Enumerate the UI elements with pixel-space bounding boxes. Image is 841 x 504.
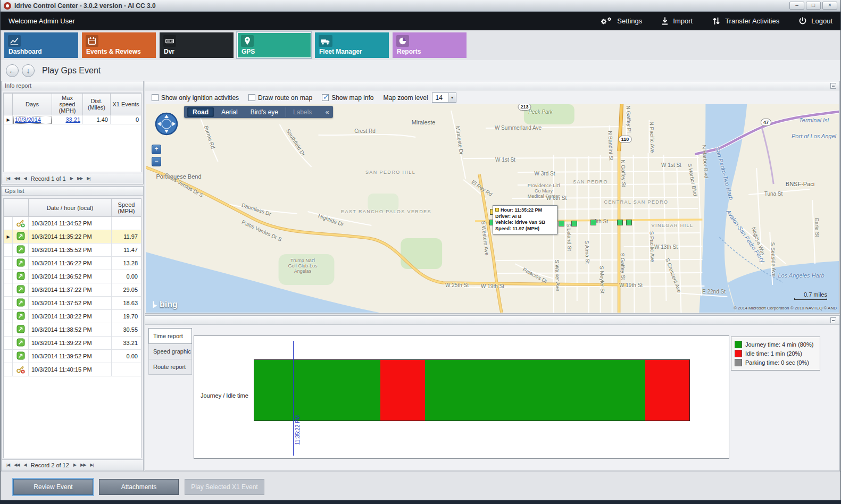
tab-speed-graphic[interactable]: Speed graphic [148, 343, 192, 359]
gps-row[interactable]: 10/3/2014 11:40:15 PM [4, 363, 141, 376]
row-indicator [4, 323, 13, 337]
tab-time-report[interactable]: Time report [148, 328, 192, 344]
checkbox-show-only-ignition-activities[interactable]: Show only ignition activities [152, 94, 239, 102]
gps-datetime: 10/3/2014 11:40:15 PM [29, 363, 112, 376]
time-report-panel: Time reportSpeed graphicRoute report Jou… [145, 315, 840, 471]
x1-events-cell: 0 [111, 115, 141, 124]
tab-gps[interactable]: GPS [237, 32, 311, 58]
checkbox-box[interactable] [322, 94, 329, 101]
close-button[interactable]: × [822, 2, 837, 10]
panel-collapse-button[interactable] [830, 83, 836, 89]
route-marker[interactable] [559, 221, 564, 226]
row-indicator [4, 297, 13, 310]
map-compass[interactable] [154, 112, 179, 136]
gps-datetime: 10/3/2014 11:36:22 PM [29, 257, 112, 270]
menu-item-label: Import [673, 17, 693, 25]
pager-prev-button[interactable]: ◀ [24, 463, 27, 467]
map-mode-road[interactable]: Road [187, 107, 214, 117]
gps-row[interactable]: 10/3/2014 11:37:22 PM29.05 [4, 283, 141, 297]
route-marker[interactable] [617, 220, 623, 225]
tab-route-report[interactable]: Route report [148, 359, 192, 375]
pager-prev-page-button[interactable]: ◀◀ [14, 176, 19, 181]
gps-row[interactable]: 10/3/2014 11:38:22 PM19.70 [4, 310, 141, 323]
tab-dashboard[interactable]: Dashboard [4, 32, 78, 58]
menu-item-settings[interactable]: Settings [599, 16, 642, 26]
gps-row[interactable]: 10/3/2014 11:36:22 PM13.28 [4, 257, 141, 270]
pager-last-button[interactable]: ▶| [90, 463, 93, 467]
gps-speed: 19.70 [112, 310, 141, 323]
info-col-x1-events[interactable]: X1 Events [111, 94, 141, 115]
marker-icon [13, 297, 29, 310]
marker-icon [13, 337, 29, 350]
tile-label: Reports [397, 48, 421, 55]
map-mode-bird-s-eye[interactable]: Bird's eye [245, 107, 284, 117]
back-button[interactable]: ← [6, 64, 19, 77]
pager-next-page-button[interactable]: ▶▶ [77, 176, 82, 181]
zoom-in-button[interactable]: + [152, 145, 161, 154]
journey-idle-bar: 11:35:22 PM [254, 359, 690, 421]
map-mode-aerial[interactable]: Aerial [216, 107, 243, 117]
checkbox-label: Show map info [331, 94, 373, 102]
map-modes-collapse-button[interactable]: « [326, 108, 329, 116]
down-button[interactable]: ↓ [22, 64, 35, 77]
maximize-button[interactable]: □ [806, 2, 821, 10]
info-col-max-speed[interactable]: Max speed (MPH) [52, 94, 83, 115]
row-indicator [4, 310, 13, 323]
pager-first-button[interactable]: |◀ [6, 463, 10, 467]
pager-next-button[interactable]: ▶ [73, 463, 76, 467]
gps-row[interactable]: 10/3/2014 11:37:52 PM18.63 [4, 297, 141, 310]
bing-logo: bing [152, 300, 178, 309]
tab-events[interactable]: Events & Reviews [82, 32, 156, 58]
gps-row[interactable]: 10/3/2014 11:38:52 PM30.55 [4, 323, 141, 337]
current-time-marker[interactable]: 11:35:22 PM [293, 341, 294, 456]
map-mode-labels[interactable]: Labels [286, 107, 317, 117]
row-indicator: ▶ [4, 230, 13, 243]
tab-reports[interactable]: Reports [393, 32, 467, 58]
gps-row[interactable]: 10/3/2014 11:39:22 PM33.21 [4, 337, 141, 350]
panel-collapse-button[interactable] [830, 317, 836, 323]
route-marker[interactable] [590, 220, 596, 225]
gps-row[interactable]: 10/3/2014 11:35:52 PM11.47 [4, 243, 141, 257]
gps-row[interactable]: 10/3/2014 11:36:52 PM0.00 [4, 270, 141, 283]
info-report-row[interactable]: ▶ 10/3/2014 33.21 1.40 0 [4, 115, 141, 124]
menu-item-transfer[interactable]: Transfer Activities [712, 16, 779, 26]
bing-map[interactable]: MiralestePeck ParkW Summerland AveCrest … [146, 104, 839, 313]
minimize-button[interactable]: – [789, 2, 804, 10]
pager-prev-page-button[interactable]: ◀◀ [14, 463, 19, 467]
dashboard-icon [8, 35, 21, 47]
map-zoom-select[interactable]: 14 ▼ [432, 93, 456, 103]
route-marker[interactable] [626, 220, 632, 225]
pager-next-button[interactable]: ▶ [70, 176, 73, 181]
row-indicator [4, 217, 13, 230]
pager-next-page-button[interactable]: ▶▶ [80, 463, 86, 467]
info-col-dist[interactable]: Dist. (Miles) [83, 94, 111, 115]
tab-dvr[interactable]: Dvr [160, 32, 234, 58]
map-zoom-label: Map zoom level [384, 94, 428, 102]
checkbox-draw-route-on-map[interactable]: Draw route on map [248, 94, 312, 102]
info-col-days[interactable]: Days [13, 94, 52, 115]
days-cell[interactable]: 10/3/2014 [13, 115, 52, 124]
fleet-icon [319, 35, 332, 47]
route-marker[interactable] [571, 221, 577, 226]
zoom-out-button[interactable]: − [152, 157, 161, 166]
tab-fleet[interactable]: Fleet Manager [315, 32, 389, 58]
checkbox-show-map-info[interactable]: Show map info [322, 94, 373, 102]
checkbox-box[interactable] [248, 94, 255, 101]
gps-col-speed[interactable]: Speed (MPH) [112, 199, 141, 217]
checkbox-box[interactable] [152, 94, 159, 101]
events-icon [86, 35, 98, 47]
gps-row[interactable]: ▶10/3/2014 11:35:22 PM11.97 [4, 230, 141, 243]
menu-item-label: Logout [811, 17, 832, 25]
gps-row[interactable]: 10/3/2014 11:39:52 PM0.00 [4, 350, 141, 363]
menu-item-logout[interactable]: Logout [798, 16, 832, 26]
pager-first-button[interactable]: |◀ [6, 176, 10, 181]
gps-col-datetime[interactable]: Date / hour (local) [29, 199, 112, 217]
review-event-button[interactable]: Review Event [13, 479, 93, 495]
module-nav: DashboardEvents & ReviewsDvrGPSFleet Man… [1, 30, 840, 60]
menu-item-import[interactable]: Import [661, 16, 693, 26]
attachments-button[interactable]: Attachments [99, 479, 179, 495]
gps-row[interactable]: 10/3/2014 11:34:52 PM [4, 217, 141, 230]
max-speed-cell[interactable]: 33.21 [52, 115, 83, 124]
pager-prev-button[interactable]: ◀ [24, 176, 27, 181]
pager-last-button[interactable]: ▶| [87, 176, 90, 181]
